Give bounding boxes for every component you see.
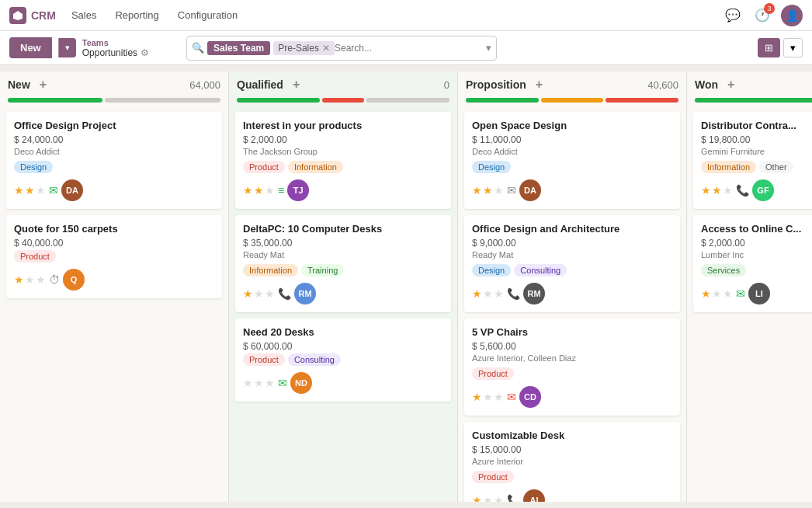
table-row[interactable]: Access to Online C... $ 2,000.00 Lumber … [693, 215, 812, 312]
col-title-proposition: Proposition [466, 78, 526, 91]
star-icon: ★ [483, 391, 493, 403]
progress-bar-segment [322, 98, 364, 103]
tag-product[interactable]: Product [14, 250, 56, 263]
chat-icon-btn[interactable]: 💬 [722, 5, 744, 26]
sales-team-tag[interactable]: Sales Team [207, 41, 270, 55]
card-stars[interactable]: ★★★ [14, 273, 46, 286]
remove-filter-icon[interactable]: ✕ [322, 43, 330, 54]
card-stars[interactable]: ★★★ [472, 391, 504, 403]
card-amount: $ 5,600.00 [472, 341, 672, 352]
app-logo[interactable]: CRM [9, 7, 56, 24]
progress-bar-segment [466, 98, 539, 103]
table-row[interactable]: Office Design and Architecture $ 9,000.0… [464, 215, 680, 312]
card-footer: ★★★ ✉ CD [472, 386, 672, 408]
card-footer: ★★★ ✉ DA [14, 179, 214, 201]
kanban-view-button[interactable]: ⊞ [758, 38, 780, 57]
tag-information[interactable]: Information [243, 264, 298, 277]
col-header-won: Won + [687, 71, 812, 95]
star-icon: ★ [712, 287, 722, 300]
email-icon: ✉ [507, 391, 516, 403]
tag-consulting[interactable]: Consulting [514, 264, 567, 277]
col-add-qualified[interactable]: + [293, 78, 300, 92]
card-stars[interactable]: ★★★ [472, 287, 504, 300]
table-row[interactable]: Distributor Contra... $ 19,800.00 Gemini… [693, 112, 812, 209]
card-amount: $ 2,000.00 [701, 238, 812, 249]
card-avatar: LI [748, 283, 770, 304]
card-stars[interactable]: ★★★ [701, 287, 733, 300]
menu-configuration[interactable]: Configuration [175, 6, 241, 24]
topnav: CRM Sales Reporting Configuration 💬 🕐 3 … [0, 0, 812, 31]
card-title: Office Design Project [14, 120, 214, 131]
card-avatar: CD [519, 386, 541, 408]
notification-badge: 3 [764, 3, 775, 14]
tag-consulting[interactable]: Consulting [288, 353, 341, 366]
new-button[interactable]: New [9, 37, 52, 58]
tag-design[interactable]: Design [472, 161, 511, 173]
progress-bar-segment [541, 98, 603, 103]
card-footer: ★★★ ✉ ND [243, 372, 443, 394]
list-view-button[interactable]: ▾ [783, 38, 803, 57]
menu-sales[interactable]: Sales [68, 6, 100, 24]
col-title-new: New [8, 78, 30, 91]
card-stars[interactable]: ★★★ [472, 494, 504, 502]
search-dropdown-icon[interactable]: ▾ [486, 42, 491, 54]
star-icon: ★ [723, 184, 733, 197]
tag-other[interactable]: Other [759, 161, 793, 173]
settings-icon[interactable]: ⚙ [141, 47, 149, 58]
table-row[interactable]: 5 VP Chairs $ 5,600.00 Azure Interior, C… [464, 318, 680, 416]
breadcrumb-parent[interactable]: Teams [82, 38, 149, 47]
table-row[interactable]: Need 20 Desks $ 60,000.00 ProductConsult… [235, 318, 451, 402]
new-dropdown-button[interactable]: ▾ [58, 38, 76, 57]
card-amount: $ 40,000.00 [14, 238, 214, 249]
table-row[interactable]: Office Design Project $ 24,000.00 Deco A… [6, 112, 222, 209]
card-amount: $ 15,000.00 [472, 444, 672, 455]
col-title-qualified: Qualified [237, 78, 283, 91]
search-icon: 🔍 [192, 42, 204, 54]
tag-information[interactable]: Information [701, 161, 756, 173]
star-icon: ★ [243, 377, 253, 389]
top-menu: Sales Reporting Configuration [68, 6, 241, 24]
tag-product[interactable]: Product [243, 353, 285, 366]
tag-information[interactable]: Information [288, 161, 343, 173]
tag-product[interactable]: Product [243, 161, 285, 173]
star-icon: ★ [494, 184, 504, 197]
user-avatar[interactable]: 👤 [781, 5, 803, 26]
card-company: Ready Mat [243, 250, 443, 259]
card-stars[interactable]: ★★★ [243, 287, 275, 300]
star-icon: ★ [701, 184, 711, 197]
star-icon: ★ [701, 287, 711, 300]
tag-product[interactable]: Product [472, 471, 514, 483]
menu-reporting[interactable]: Reporting [112, 6, 161, 24]
card-amount: $ 2,000.00 [243, 134, 443, 145]
tag-product[interactable]: Product [472, 367, 514, 380]
table-row[interactable]: Customizable Desk $ 15,000.00 Azure Inte… [464, 422, 680, 502]
tag-services[interactable]: Services [701, 264, 746, 277]
table-row[interactable]: Open Space Design $ 11,000.00 Deco Addic… [464, 112, 680, 209]
tag-design[interactable]: Design [14, 161, 53, 173]
star-icon: ★ [483, 494, 493, 502]
pre-sales-filter[interactable]: Pre-Sales ✕ [273, 41, 335, 55]
card-stars[interactable]: ★★★ [701, 184, 733, 197]
card-stars[interactable]: ★★★ [243, 184, 275, 197]
table-row[interactable]: Quote for 150 carpets $ 40,000.00 Produc… [6, 215, 222, 298]
search-input[interactable] [335, 43, 483, 54]
col-add-new[interactable]: + [40, 78, 47, 92]
star-icon: ★ [483, 184, 493, 197]
tag-training[interactable]: Training [301, 264, 344, 277]
col-add-won[interactable]: + [727, 78, 734, 92]
card-tags: DesignConsulting [472, 264, 672, 277]
tag-design[interactable]: Design [472, 264, 511, 277]
card-tags: Services [701, 264, 812, 277]
card-stars[interactable]: ★★★ [472, 184, 504, 197]
star-icon: ★ [494, 391, 504, 403]
activity-icon-btn[interactable]: 🕐 3 [751, 5, 773, 26]
card-footer: ★★★ ✉ LI [701, 283, 812, 304]
progress-bar-segment [237, 98, 320, 103]
table-row[interactable]: DeltaPC: 10 Computer Desks $ 35,000.00 R… [235, 215, 451, 312]
col-add-proposition[interactable]: + [536, 78, 543, 92]
table-row[interactable]: Interest in your products $ 2,000.00 The… [235, 112, 451, 209]
card-stars[interactable]: ★★★ [14, 184, 46, 197]
card-stars[interactable]: ★★★ [243, 377, 275, 389]
card-tags: Product [472, 367, 672, 380]
card-footer: ★★★ 📞 RM [243, 283, 443, 304]
